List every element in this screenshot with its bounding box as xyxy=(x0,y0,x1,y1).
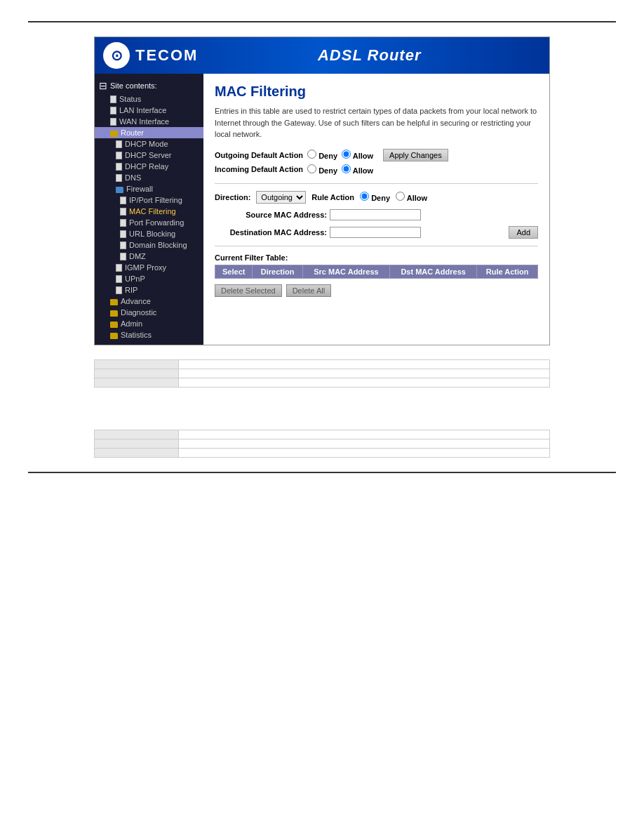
sidebar-item-igmp[interactable]: IGMP Proxy xyxy=(95,262,203,273)
logo-box: ⊙ xyxy=(103,42,130,69)
sidebar-item-lan[interactable]: LAN Interface xyxy=(95,105,203,116)
sidebar-label-url-blocking: URL Blocking xyxy=(129,230,175,238)
add-button[interactable]: Add xyxy=(509,226,538,239)
outgoing-allow-radio[interactable] xyxy=(342,150,351,159)
default-actions: Outgoing Default Action Deny Allow Apply… xyxy=(215,149,538,175)
delete-selected-button[interactable]: Delete Selected xyxy=(215,284,282,297)
table-header-select: Select xyxy=(215,265,253,278)
filter-table-title: Current Filter Table: xyxy=(215,253,538,262)
rule-allow-radio[interactable] xyxy=(396,192,405,201)
table-header-direction: Direction xyxy=(253,265,302,278)
sidebar-label-port-forwarding: Port Forwarding xyxy=(129,218,184,227)
bt2-row3-col2 xyxy=(179,449,550,458)
sidebar-label-dhcp-server: DHCP Server xyxy=(125,151,171,159)
outgoing-deny-radio[interactable] xyxy=(307,150,316,159)
sidebar-label-rip: RIP xyxy=(125,286,137,294)
bt2-row2-col1 xyxy=(95,439,179,449)
sidebar-item-router[interactable]: Router xyxy=(95,127,203,138)
incoming-deny-radio[interactable] xyxy=(307,164,316,173)
dest-mac-row: Destination MAC Address: xyxy=(215,227,421,238)
dest-mac-label: Destination MAC Address: xyxy=(215,228,327,237)
sidebar-label-dmz: DMZ xyxy=(129,252,146,260)
sidebar-item-status[interactable]: Status xyxy=(95,93,203,105)
outgoing-label: Outgoing Default Action xyxy=(215,151,303,159)
sidebar-item-wan[interactable]: WAN Interface xyxy=(95,116,203,127)
bottom-table-2 xyxy=(94,430,550,458)
incoming-deny-radio-container[interactable]: Deny xyxy=(307,164,337,175)
divider-2 xyxy=(215,246,538,246)
sidebar-label-admin: Admin xyxy=(121,319,142,328)
sidebar-item-admin[interactable]: Admin xyxy=(95,318,203,329)
sidebar-item-dns[interactable]: DNS xyxy=(95,172,203,183)
incoming-allow-label: Allow xyxy=(353,166,373,175)
incoming-allow-radio-container[interactable]: Allow xyxy=(342,164,373,175)
outgoing-deny-label: Deny xyxy=(318,152,337,160)
sidebar-item-url-blocking[interactable]: URL Blocking xyxy=(95,228,203,239)
sidebar-item-statistics[interactable]: Statistics xyxy=(95,329,203,340)
source-mac-row: Source MAC Address: xyxy=(215,209,538,220)
sidebar: ⊟ Site contents: Status LAN Interface WA… xyxy=(95,74,203,345)
delete-all-button[interactable]: Delete All xyxy=(286,284,331,297)
sidebar-label-dns: DNS xyxy=(125,173,141,182)
outgoing-deny-radio-container[interactable]: Deny xyxy=(307,150,337,160)
bt2-row3-col1 xyxy=(95,449,179,458)
sidebar-item-upnp[interactable]: UPnP xyxy=(95,273,203,284)
sidebar-item-mac-filtering[interactable]: MAC Filtering xyxy=(95,206,203,217)
sidebar-item-firewall[interactable]: Firewall xyxy=(95,183,203,194)
bt1-row1-col1 xyxy=(95,360,179,369)
dest-mac-input[interactable] xyxy=(330,227,421,238)
bt1-row3-col2 xyxy=(179,378,550,388)
source-mac-input[interactable] xyxy=(330,209,421,220)
main-content: MAC Filtering Entries in this table are … xyxy=(203,74,549,345)
table-row xyxy=(95,449,550,458)
apply-changes-button[interactable]: Apply Changes xyxy=(383,149,448,161)
direction-label: Direction: xyxy=(215,193,250,201)
sidebar-item-ip-port[interactable]: IP/Port Filtering xyxy=(95,194,203,206)
sidebar-item-dhcp-mode[interactable]: DHCP Mode xyxy=(95,138,203,150)
sidebar-label-domain-blocking: Domain Blocking xyxy=(129,241,187,249)
sidebar-item-diagnostic[interactable]: Diagnostic xyxy=(95,307,203,318)
logo-symbol: ⊙ xyxy=(111,47,123,64)
sidebar-item-rip[interactable]: RIP xyxy=(95,284,203,296)
router-title: ADSL Router xyxy=(198,46,541,65)
sidebar-label-igmp: IGMP Proxy xyxy=(125,263,166,272)
incoming-allow-radio[interactable] xyxy=(342,164,351,173)
bt1-row1-col2 xyxy=(179,360,550,369)
sidebar-item-dmz[interactable]: DMZ xyxy=(95,251,203,262)
table-row xyxy=(95,439,550,449)
sidebar-label-firewall: Firewall xyxy=(126,185,153,193)
sidebar-item-dhcp-server[interactable]: DHCP Server xyxy=(95,150,203,161)
bt2-row1-col1 xyxy=(95,430,179,439)
sidebar-item-port-forwarding[interactable]: Port Forwarding xyxy=(95,217,203,228)
divider-1 xyxy=(215,183,538,184)
rule-allow-label: Allow xyxy=(407,194,427,202)
rule-action-label: Rule Action xyxy=(311,193,354,201)
bt1-row3-col1 xyxy=(95,378,179,388)
rule-deny-radio[interactable] xyxy=(360,192,369,201)
sidebar-label-ip-port: IP/Port Filtering xyxy=(129,196,182,204)
source-mac-label: Source MAC Address: xyxy=(215,211,327,219)
bt2-row1-col2 xyxy=(179,430,550,439)
sidebar-label-statistics: Statistics xyxy=(121,331,152,339)
sidebar-item-dhcp-relay[interactable]: DHCP Relay xyxy=(95,161,203,172)
outgoing-allow-radio-container[interactable]: Allow xyxy=(342,150,373,160)
rule-deny-radio-container[interactable]: Deny xyxy=(360,192,390,202)
sidebar-item-advance[interactable]: Advance xyxy=(95,296,203,307)
rule-allow-radio-container[interactable]: Allow xyxy=(396,192,427,202)
table-header-src-mac: Src MAC Address xyxy=(302,265,389,278)
site-contents-label: ⊟ Site contents: xyxy=(95,78,203,93)
table-buttons: Delete Selected Delete All xyxy=(215,284,538,297)
direction-select[interactable]: Outgoing Incoming xyxy=(256,191,306,204)
sidebar-label-status: Status xyxy=(119,95,141,103)
table-header-rule-action: Rule Action xyxy=(477,265,538,278)
sidebar-label-wan: WAN Interface xyxy=(119,117,169,126)
bottom-table-1 xyxy=(94,359,550,388)
bt2-row2-col2 xyxy=(179,439,550,449)
rule-deny-label: Deny xyxy=(371,194,390,202)
filter-table: Select Direction Src MAC Address Dst MAC… xyxy=(215,265,538,279)
sidebar-item-domain-blocking[interactable]: Domain Blocking xyxy=(95,239,203,251)
table-row xyxy=(95,430,550,439)
sidebar-label-lan: LAN Interface xyxy=(119,106,166,114)
page-title: MAC Filtering xyxy=(215,84,538,100)
sidebar-label-advance: Advance xyxy=(121,297,151,305)
